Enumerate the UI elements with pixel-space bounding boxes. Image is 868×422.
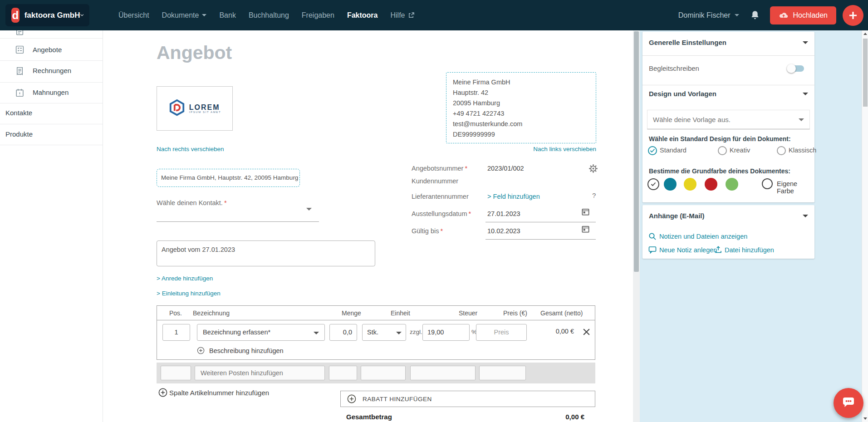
gear-icon[interactable]: [588, 164, 598, 173]
content-scrollbar-thumb[interactable]: [634, 31, 639, 272]
nav-bank[interactable]: Bank: [219, 11, 235, 20]
custom-color-label[interactable]: Eigene Farbe: [777, 180, 814, 195]
add-salutation-link[interactable]: > Anrede hinzufügen: [157, 275, 213, 282]
nav-dokumente[interactable]: Dokumente: [162, 11, 207, 20]
divider: [0, 82, 103, 83]
template-select[interactable]: Wähle deine Vorlage aus.: [647, 110, 810, 129]
swatch-default-selected[interactable]: [647, 178, 659, 190]
tax-prefix-label: zzgl.: [410, 329, 422, 335]
unit-select[interactable]: Stk.: [362, 324, 406, 341]
field-row-kundennummer: Kundennummer: [412, 176, 598, 186]
show-notes-files-link[interactable]: Notizen und Dateien anzeigen: [659, 233, 747, 240]
nav-faktoora[interactable]: Faktoora: [347, 11, 378, 20]
scroll-down-arrow[interactable]: [863, 417, 867, 420]
add-field-link[interactable]: > Feld hinzufügen: [487, 193, 540, 200]
add-row-cell[interactable]: [410, 366, 476, 380]
add-row-cell[interactable]: [361, 366, 406, 380]
bell-icon[interactable]: [750, 10, 760, 21]
company-logo-upload[interactable]: LOREM IPSUM SIT AMET: [157, 86, 233, 131]
add-row-cell[interactable]: [161, 366, 191, 380]
swatch-yellow[interactable]: [684, 178, 696, 191]
tax-input[interactable]: 19,00: [422, 324, 470, 341]
move-address-left-link[interactable]: Nach links verschieben: [446, 146, 596, 152]
field-row-ausstellungsdatum: Ausstellungsdatum* 27.01.2023: [412, 208, 598, 219]
swatch-red[interactable]: [705, 178, 717, 191]
radio-standard[interactable]: [648, 146, 657, 155]
reminder-calendar-icon: [15, 88, 25, 98]
calendar-icon[interactable]: [581, 225, 590, 233]
swatch-teal[interactable]: [664, 178, 677, 191]
help-icon[interactable]: ?: [592, 191, 596, 199]
swatch-green[interactable]: [726, 178, 738, 191]
field-value[interactable]: 2023/01/002: [487, 165, 524, 172]
radio-custom-color[interactable]: [762, 178, 773, 189]
col-header-bezeichnung: Bezeichnung: [193, 309, 230, 317]
radio-label[interactable]: Klassisch: [789, 147, 816, 154]
date-input[interactable]: 27.01.2023: [487, 210, 520, 217]
nav-buchhaltung[interactable]: Buchhaltung: [249, 11, 289, 20]
col-header-gesamt: Gesamt (netto): [540, 309, 583, 317]
nav-hilfe[interactable]: Hilfe: [390, 11, 415, 20]
radio-kreativ[interactable]: [718, 146, 727, 155]
sender-line-field[interactable]: Meine Firma GmbH, Hauptstr. 42, 20095 Ha…: [157, 169, 300, 187]
recipient-address-block[interactable]: Meine Firma GmbH Hauptstr. 42 20095 Hamb…: [446, 72, 596, 143]
description-select[interactable]: Bezeichnung erfassen*: [197, 324, 325, 341]
add-row-cell[interactable]: [479, 366, 526, 380]
page-scrollbar-thumb[interactable]: [863, 39, 868, 107]
chevron-down-icon: [202, 14, 206, 16]
intro-textarea[interactable]: Angebot vom 27.01.2023: [157, 240, 375, 266]
add-discount-button[interactable]: RABATT HINZUFÜGEN: [340, 391, 595, 407]
chat-support-button[interactable]: [834, 388, 863, 418]
discount-section: RABATT HINZUFÜGEN Gesamtbetrag 0,00 €: [340, 391, 595, 422]
upload-button[interactable]: Hochladen: [770, 6, 837, 25]
remove-row-icon[interactable]: [582, 328, 591, 336]
grand-total-label: Gesamtbetrag: [346, 413, 392, 421]
general-settings-title: Generelle Einstellungen: [649, 39, 726, 46]
sidebar-item-label: Mahnungen: [33, 88, 69, 96]
cover-letter-toggle[interactable]: [787, 64, 805, 73]
scroll-up-arrow[interactable]: [863, 33, 867, 35]
nav-freigaben[interactable]: Freigaben: [302, 11, 334, 20]
radio-label[interactable]: Standard: [660, 147, 687, 154]
plus-icon: [848, 10, 858, 21]
logo-brand-text: LOREM: [189, 104, 221, 111]
add-description-link[interactable]: Beschreibung hinzufügen: [197, 347, 284, 354]
radio-klassisch[interactable]: [777, 146, 786, 155]
calendar-icon[interactable]: [581, 207, 590, 216]
divider: [0, 145, 103, 145]
accordion-caret-icon[interactable]: [803, 41, 808, 44]
date-input[interactable]: 10.02.2023: [487, 227, 520, 235]
nav-uebersicht[interactable]: Übersicht: [118, 11, 149, 20]
address-line: Meine Firma GmbH: [453, 77, 596, 88]
add-row-button[interactable]: Weiteren Posten hinzufügen: [195, 366, 325, 380]
check-icon: [650, 148, 655, 153]
radio-label[interactable]: Kreativ: [730, 147, 750, 154]
chevron-down-icon[interactable]: [306, 208, 312, 211]
grand-total-value: 0,00 €: [565, 413, 584, 421]
add-row-cell[interactable]: [329, 366, 357, 380]
company-name: faktoora GmbH: [25, 11, 80, 20]
contact-select-underline[interactable]: [157, 221, 319, 222]
top-navbar: d faktoora GmbH Übersicht Dokumente Bank…: [0, 0, 868, 30]
user-menu[interactable]: Dominik Fischer: [678, 11, 739, 20]
accordion-caret-icon[interactable]: [803, 93, 808, 95]
add-article-column-link[interactable]: Spalte Artikelnummer hinzufügen: [158, 388, 269, 397]
field-label: Gültig bis*: [412, 226, 485, 236]
company-switcher[interactable]: d faktoora GmbH: [5, 4, 89, 26]
circle-plus-icon: [158, 388, 167, 397]
new-note-link[interactable]: Neue Notiz anlegen: [659, 246, 717, 254]
field-label: Angebotsnummer*: [412, 163, 485, 174]
price-input[interactable]: Preis: [476, 324, 527, 341]
add-new-button[interactable]: [843, 5, 863, 26]
quantity-input[interactable]: 0,0: [329, 324, 357, 341]
add-introduction-link[interactable]: > Einleitung hinzufügen: [157, 290, 221, 297]
pos-input[interactable]: 1: [162, 324, 190, 341]
chevron-down-icon: [735, 14, 739, 16]
move-logo-right-link[interactable]: Nach rechts verschieben: [157, 146, 224, 152]
add-file-link[interactable]: Datei hinzufügen: [725, 246, 774, 254]
accordion-caret-icon[interactable]: [803, 215, 808, 217]
sidebar-item-kontakte[interactable]: Kontakte: [5, 109, 32, 117]
address-line: 20095 Hamburg: [453, 98, 596, 108]
sidebar-item-produkte[interactable]: Produkte: [5, 130, 33, 138]
col-header-preis: Preis (€): [503, 309, 527, 317]
